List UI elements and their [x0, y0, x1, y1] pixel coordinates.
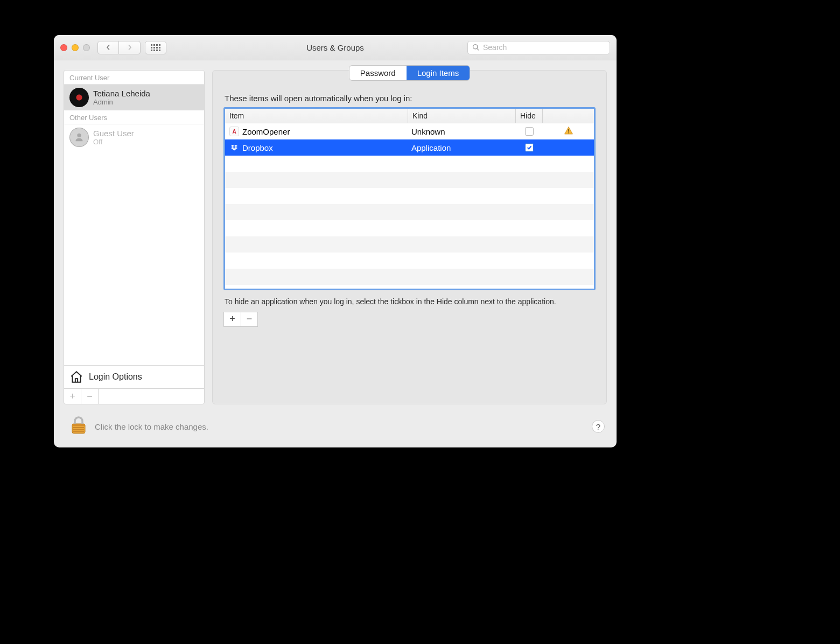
- svg-rect-0: [568, 129, 569, 132]
- hide-checkbox[interactable]: [525, 143, 534, 152]
- column-header-item[interactable]: Item: [225, 109, 408, 123]
- table-row-empty: [225, 172, 594, 188]
- table-header: Item Kind Hide: [225, 109, 594, 123]
- item-name: Dropbox: [242, 143, 273, 152]
- search-input[interactable]: [483, 43, 605, 52]
- hint-text: To hide an application when you log in, …: [225, 297, 594, 307]
- table-row[interactable]: DropboxApplication: [225, 139, 594, 156]
- close-window-button[interactable]: [60, 44, 67, 51]
- table-row-empty: [225, 236, 594, 253]
- segmented-tabs: Password Login Items: [223, 65, 596, 81]
- user-status: Off: [93, 138, 134, 146]
- table-row-empty: [225, 204, 594, 220]
- avatar: [69, 128, 89, 147]
- hide-checkbox[interactable]: [525, 127, 534, 136]
- sidebar-header-other: Other Users: [64, 110, 204, 124]
- table-row-empty: [225, 156, 594, 172]
- table-row-empty: [225, 220, 594, 236]
- sidebar-add-remove: + −: [64, 388, 204, 404]
- column-header-spacer: [543, 109, 594, 123]
- item-kind: Application: [408, 143, 516, 152]
- forward-button[interactable]: [119, 41, 141, 54]
- tab-login-items[interactable]: Login Items: [407, 66, 470, 80]
- preferences-window: Users & Groups Current User Tetiana Lehe…: [54, 35, 617, 447]
- warning-icon: [564, 126, 573, 137]
- svg-rect-5: [73, 429, 84, 430]
- svg-rect-3: [72, 424, 85, 426]
- svg-rect-4: [73, 427, 84, 428]
- lock-icon[interactable]: [70, 415, 87, 438]
- login-items-add-remove: + −: [223, 312, 596, 327]
- login-options-button[interactable]: Login Options: [64, 365, 204, 388]
- avatar: [69, 88, 89, 107]
- traffic-lights: [60, 44, 90, 51]
- remove-user-button[interactable]: −: [81, 389, 99, 404]
- minimize-window-button[interactable]: [72, 44, 79, 51]
- column-header-kind[interactable]: Kind: [408, 109, 516, 123]
- user-role: Admin: [93, 98, 150, 106]
- help-button[interactable]: ?: [592, 420, 605, 433]
- zoom-icon: A: [229, 127, 239, 136]
- tab-password[interactable]: Password: [349, 66, 407, 80]
- zoom-window-button[interactable]: [83, 44, 90, 51]
- sidebar-header-current: Current User: [64, 71, 204, 85]
- column-header-hide[interactable]: Hide: [516, 109, 543, 123]
- grid-icon: [151, 44, 160, 51]
- user-name: Tetiana Leheida: [93, 89, 150, 98]
- remove-login-item-button[interactable]: −: [241, 312, 258, 327]
- content-area: Current User Tetiana Leheida Admin Other…: [54, 60, 617, 410]
- person-icon: [73, 131, 85, 143]
- dropbox-icon: [229, 143, 239, 152]
- intro-text: These items will open automatically when…: [225, 94, 596, 103]
- table-row-empty: [225, 188, 594, 204]
- lock-text: Click the lock to make changes.: [95, 422, 208, 431]
- user-name: Guest User: [93, 129, 134, 138]
- item-name: ZoomOpener: [242, 127, 290, 136]
- table-row-empty: [225, 253, 594, 269]
- login-options-label: Login Options: [89, 372, 142, 382]
- users-sidebar: Current User Tetiana Leheida Admin Other…: [64, 70, 205, 404]
- svg-rect-1: [568, 132, 569, 134]
- nav-buttons: [97, 41, 141, 54]
- add-login-item-button[interactable]: +: [223, 312, 241, 327]
- sidebar-item-current-user[interactable]: Tetiana Leheida Admin: [64, 85, 204, 110]
- main-panel: Password Login Items These items will op…: [212, 70, 607, 404]
- add-user-button[interactable]: +: [64, 389, 81, 404]
- back-button[interactable]: [97, 41, 119, 54]
- table-row-empty: [225, 269, 594, 285]
- login-items-table: Item Kind Hide AZoomOpenerUnknownDropbox…: [223, 107, 596, 290]
- show-all-button[interactable]: [145, 41, 166, 54]
- item-kind: Unknown: [408, 127, 516, 136]
- table-row[interactable]: AZoomOpenerUnknown: [225, 123, 594, 139]
- house-icon: [69, 370, 83, 384]
- bottom-bar: Click the lock to make changes. ?: [54, 410, 617, 447]
- svg-rect-6: [73, 431, 84, 432]
- search-icon: [472, 44, 480, 51]
- sidebar-item-guest-user[interactable]: Guest User Off: [64, 124, 204, 150]
- titlebar: Users & Groups: [54, 35, 617, 60]
- search-field[interactable]: [467, 41, 610, 54]
